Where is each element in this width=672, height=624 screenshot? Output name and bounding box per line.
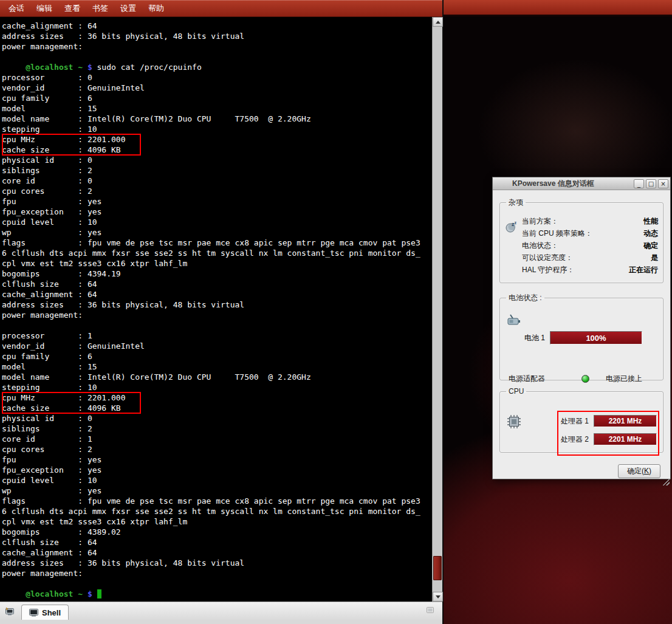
- terminal-line: cache_alignment : 64: [2, 21, 432, 31]
- row-label: 电池状态：: [522, 241, 558, 251]
- battery-row: 电池 1 100%: [524, 331, 642, 345]
- terminal-line: address sizes : 36 bits physical, 48 bit…: [2, 558, 432, 568]
- terminal-line: cpu cores : 2: [2, 186, 432, 196]
- menu-item-view[interactable]: 查看: [58, 1, 86, 16]
- new-session-button[interactable]: [2, 603, 18, 619]
- tab-label: Shell: [42, 608, 61, 617]
- scroll-down-button[interactable]: [433, 592, 443, 602]
- terminal-line: vendor_id : GenuineIntel: [2, 341, 432, 351]
- highlighted-lines: cpu MHz : 2201.000cache size : 4096 KB: [2, 134, 432, 155]
- battery-group: 电池状态 : 电池 1 100%: [499, 293, 663, 380]
- terminal-line: fpu : yes: [2, 454, 432, 465]
- tab-shell[interactable]: Shell: [21, 605, 69, 620]
- terminal-line: fpu_exception : yes: [2, 207, 432, 217]
- terminal-line: flags : fpu vme de pse tsc msr pae mce c…: [2, 238, 432, 248]
- adapter-row: 电源适配器 电源已接上: [509, 374, 642, 384]
- terminal-line: stepping : 10: [2, 382, 432, 393]
- menu-item-settings[interactable]: 设置: [114, 1, 142, 16]
- terminal-line: siblings : 2: [2, 165, 432, 176]
- terminal-line: cpu cores : 2: [2, 444, 432, 454]
- menu-item-edit[interactable]: 编辑: [30, 1, 58, 16]
- battery-percent-text: 100%: [550, 332, 642, 344]
- terminal-line: model name : Intel(R) Core(TM)2 Duo CPU …: [2, 372, 432, 382]
- terminal-line: cache size : 4096 KB: [2, 145, 432, 155]
- misc-rows: 当前方案： 性能 当前 CPU 频率策略： 动态 电池状态： 确定 可以设定亮度…: [522, 215, 658, 276]
- terminal-line: power management:: [2, 41, 432, 52]
- terminal-line: bogomips : 4394.19: [2, 269, 432, 279]
- terminal-line: bogomips : 4389.02: [2, 527, 432, 537]
- row-value: 性能: [643, 216, 658, 227]
- menu-item-bookmarks[interactable]: 书签: [86, 1, 114, 16]
- highlighted-lines: cpu MHz : 2201.000cache size : 4096 KB: [2, 393, 432, 413]
- cpu-label: 处理器 2: [561, 434, 594, 445]
- terminal-line: cache_alignment : 64: [2, 289, 432, 300]
- terminal-line: siblings : 2: [2, 423, 432, 434]
- misc-group-title: 杂项: [506, 197, 526, 208]
- terminal-line: cache size : 4096 KB: [2, 403, 432, 413]
- minimize-button[interactable]: _: [634, 179, 644, 188]
- row-label: 可以设定亮度：: [522, 253, 573, 263]
- close-button[interactable]: ×: [658, 179, 668, 188]
- menu-item-help[interactable]: 帮助: [142, 1, 170, 16]
- scrollbar-thumb[interactable]: [433, 556, 442, 580]
- ok-label-prefix: 确定(: [627, 467, 644, 475]
- terminal-line: core id : 1: [2, 434, 432, 444]
- scroll-up-button[interactable]: [433, 17, 443, 27]
- ok-button[interactable]: 确定(K): [618, 464, 660, 478]
- terminal-line: 6 clflush dts acpi mmx fxsr sse sse2 ss …: [2, 248, 432, 258]
- terminal-line: physical id : 0: [2, 413, 432, 423]
- terminal-line: cpl vmx est tm2 ssse3 cx16 xtpr lahf_lm: [2, 258, 432, 269]
- suspend-icon: z z: [505, 220, 518, 236]
- info-row-cpu-policy: 当前 CPU 频率策略： 动态: [522, 227, 658, 239]
- terminal-line: core id : 0: [2, 176, 432, 186]
- terminal-line: power management:: [2, 568, 432, 578]
- cpu-row-1: 处理器 1 2201 MHz: [561, 415, 657, 427]
- ok-label-key: K: [644, 467, 649, 475]
- session-list-button[interactable]: [422, 602, 438, 618]
- power-led-icon: [581, 375, 589, 383]
- terminal-line: flags : fpu vme de pse tsc msr pae mce c…: [2, 496, 432, 506]
- shell-tab-icon: [29, 609, 38, 617]
- battery-icon: [506, 313, 522, 330]
- terminal-line: model : 15: [2, 362, 432, 372]
- dialog-body: 杂项 z z 当前方案： 性能 当前 CPU 频率策略：: [493, 197, 670, 486]
- menu-item-session[interactable]: 会话: [2, 1, 30, 16]
- terminal-prompt-line: @localhost ~ $ sudo cat /proc/cpuinfo: [2, 62, 432, 72]
- terminal-line: 6 clflush dts acpi mmx fxsr sse sse2 ss …: [2, 506, 432, 516]
- terminal-line: address sizes : 36 bits physical, 48 bit…: [2, 300, 432, 310]
- terminal-output[interactable]: cache_alignment : 64address sizes : 36 b…: [0, 17, 432, 602]
- row-value: 动态: [643, 228, 658, 239]
- terminal-line: cpu family : 6: [2, 93, 432, 103]
- terminal-line: power management:: [2, 310, 432, 320]
- terminal-line: cache_alignment : 64: [2, 547, 432, 558]
- terminal-line: cpl vmx est tm2 ssse3 cx16 xtpr lahf_lm: [2, 516, 432, 527]
- terminal-line: cpuid level : 10: [2, 475, 432, 485]
- cpu1-frequency-text: 2201 MHz: [594, 416, 656, 427]
- terminal-scrollbar: [432, 17, 442, 602]
- cpu-label: 处理器 1: [561, 416, 594, 427]
- terminal-line: model : 15: [2, 103, 432, 114]
- maximize-button[interactable]: □: [646, 179, 656, 188]
- info-row-brightness: 可以设定亮度： 是: [522, 252, 658, 264]
- terminal-line: stepping : 10: [2, 124, 432, 134]
- row-value: 正在运行: [629, 265, 658, 275]
- terminal-line: cpuid level : 10: [2, 217, 432, 227]
- arrow-down-icon: [436, 595, 441, 598]
- cpu2-frequency-bar: 2201 MHz: [594, 433, 657, 445]
- terminal-line: fpu : yes: [2, 196, 432, 207]
- row-label: 当前 CPU 频率策略：: [522, 228, 592, 239]
- dialog-titlebar[interactable]: KPowersave 信息对话框 _ □ ×: [493, 177, 670, 190]
- resize-grip[interactable]: [662, 478, 670, 485]
- cpu1-frequency-bar: 2201 MHz: [594, 415, 657, 427]
- terminal-line: [2, 52, 432, 62]
- adapter-label: 电源适配器: [509, 374, 581, 384]
- terminal-line: physical id : 0: [2, 155, 432, 165]
- terminal-cursor: [97, 589, 102, 598]
- terminal-line: wp : yes: [2, 485, 432, 496]
- cpu-group-title: CPU: [506, 387, 526, 396]
- terminal-line: wp : yes: [2, 227, 432, 238]
- cpu-rows: 处理器 1 2201 MHz 处理器 2 2201 MHz: [561, 415, 657, 451]
- ok-label-suffix: ): [649, 467, 651, 475]
- terminal-line: cpu MHz : 2201.000: [2, 393, 432, 403]
- info-row-battery-state: 电池状态： 确定: [522, 239, 658, 252]
